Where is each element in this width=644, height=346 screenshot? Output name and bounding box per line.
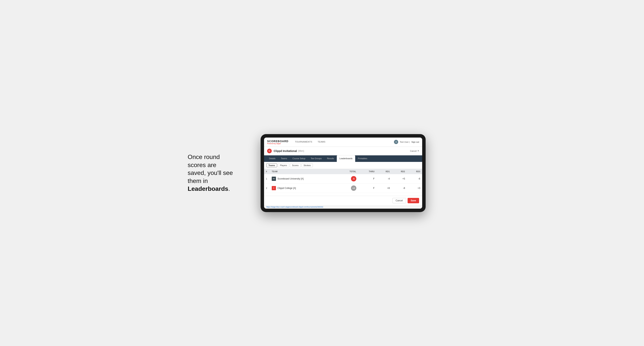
tab-course-setup[interactable]: Course Setup bbox=[290, 155, 308, 162]
powered-by-brand: clippd bbox=[276, 143, 281, 145]
col-rd1: RD1 bbox=[376, 169, 392, 174]
table-header: # TEAM TOTAL THRU RD1 RD2 RD3 bbox=[264, 169, 422, 174]
user-avatar: S bbox=[394, 140, 398, 144]
team-cell-2: C Clippd College [A] bbox=[272, 186, 336, 190]
tab-printables[interactable]: Printables bbox=[355, 155, 370, 162]
col-rd3: RD3 bbox=[407, 169, 422, 174]
leaderboard-table: # TEAM TOTAL THRU RD1 RD2 RD3 1 bbox=[264, 169, 422, 193]
tab-teams[interactable]: Teams bbox=[278, 155, 290, 162]
filter-scores-button[interactable]: Scores bbox=[290, 164, 301, 167]
rd2-2: -8 bbox=[392, 183, 407, 193]
left-text-block: Once round scores are saved, you'll see … bbox=[188, 153, 249, 193]
top-nav: SCOREBOARD Powered by clippd TOURNAMENTS… bbox=[264, 138, 422, 147]
page-wrapper: Once round scores are saved, you'll see … bbox=[188, 134, 456, 212]
powered-by: Powered by clippd bbox=[267, 143, 288, 145]
left-text-bold: Leaderboards bbox=[188, 185, 228, 192]
team-name-2: C Clippd College [A] bbox=[270, 183, 338, 193]
filter-players-button[interactable]: Players bbox=[278, 164, 289, 167]
team-name-label-2: Clippd College [A] bbox=[278, 187, 296, 189]
left-text-period: . bbox=[228, 185, 230, 192]
thru-1: F bbox=[358, 174, 376, 183]
leaderboard-content: # TEAM TOTAL THRU RD1 RD2 RD3 1 bbox=[264, 169, 422, 196]
rank-1: 1 bbox=[264, 174, 270, 183]
tablet-frame: SCOREBOARD Powered by clippd TOURNAMENTS… bbox=[260, 134, 426, 212]
powered-by-prefix: Powered by bbox=[267, 143, 276, 145]
nav-teams[interactable]: TEAMS bbox=[315, 138, 328, 147]
col-total: TOTAL bbox=[338, 169, 358, 174]
tab-details[interactable]: Details bbox=[266, 155, 278, 162]
nav-right: S Test User | Sign out bbox=[394, 140, 419, 144]
cancel-button[interactable]: Cancel bbox=[392, 198, 406, 203]
rd1-2: +8 bbox=[376, 183, 392, 193]
team-name-label-1: Scoreboard University [A] bbox=[278, 177, 304, 180]
sub-nav: Details Teams Course Setup Tee Groups Re… bbox=[264, 155, 422, 162]
tab-tee-groups[interactable]: Tee Groups bbox=[308, 155, 324, 162]
tablet-screen: SCOREBOARD Powered by clippd TOURNAMENTS… bbox=[264, 138, 422, 209]
table-body: 1 SU Scoreboard University [A] -5 F bbox=[264, 174, 422, 193]
col-rd2: RD2 bbox=[392, 169, 407, 174]
rd1-1: -4 bbox=[376, 174, 392, 183]
team-name-1: SU Scoreboard University [A] bbox=[270, 174, 338, 183]
thru-2: F bbox=[358, 183, 376, 193]
left-text-line3: saved, you'll see bbox=[188, 169, 233, 176]
rank-2: 2 bbox=[264, 183, 270, 193]
tab-results[interactable]: Results bbox=[324, 155, 337, 162]
table-row: 2 C Clippd College [A] +3 F bbox=[264, 183, 422, 193]
score-badge-1: -5 bbox=[351, 176, 356, 181]
rd2-1: +5 bbox=[392, 174, 407, 183]
left-text-line1: Once round bbox=[188, 154, 220, 160]
nav-tournaments[interactable]: TOURNAMENTS bbox=[292, 138, 315, 147]
logo-text: SCOREBOARD bbox=[267, 140, 288, 143]
tournament-cancel-button[interactable]: Cancel ✕ bbox=[410, 150, 419, 152]
sign-out-link[interactable]: Sign out bbox=[412, 141, 419, 143]
url-bar: https://stage-blue-coach.stagescoreboard… bbox=[264, 205, 422, 209]
col-rank: # bbox=[264, 169, 270, 174]
tournament-icon: C bbox=[267, 149, 272, 153]
team-cell-1: SU Scoreboard University [A] bbox=[272, 177, 336, 181]
url-text: https://stage-blue-coach.stagescoreboard… bbox=[266, 206, 323, 208]
logo-area: SCOREBOARD Powered by clippd bbox=[267, 140, 288, 145]
rd3-1: -6 bbox=[407, 174, 422, 183]
tournament-name: Clippd Invitational bbox=[274, 150, 297, 153]
rd3-2: +3 bbox=[407, 183, 422, 193]
table-row: 1 SU Scoreboard University [A] -5 F bbox=[264, 174, 422, 183]
header-row: # TEAM TOTAL THRU RD1 RD2 RD3 bbox=[264, 169, 422, 174]
cancel-label: Cancel bbox=[410, 150, 416, 152]
footer: Cancel Save bbox=[264, 196, 422, 205]
team-logo-2: C bbox=[272, 186, 276, 190]
score-badge-2: +3 bbox=[351, 185, 356, 191]
col-thru: THRU bbox=[358, 169, 376, 174]
filter-bar: Teams Players Scores Strokes bbox=[264, 162, 422, 169]
user-name: Test User | bbox=[400, 141, 410, 143]
total-1: -5 bbox=[338, 174, 358, 183]
filter-teams-button[interactable]: Teams bbox=[266, 164, 277, 167]
tab-leaderboards[interactable]: Leaderboards bbox=[337, 155, 355, 162]
col-team: TEAM bbox=[270, 169, 338, 174]
left-text-line4: them in bbox=[188, 177, 208, 184]
total-2: +3 bbox=[338, 183, 358, 193]
left-text-line2: scores are bbox=[188, 162, 216, 169]
filter-strokes-button[interactable]: Strokes bbox=[302, 164, 313, 167]
tournament-header: C Clippd Invitational (Men) Cancel ✕ bbox=[264, 147, 422, 155]
team-logo-1: SU bbox=[272, 177, 276, 181]
cancel-icon: ✕ bbox=[417, 150, 419, 152]
nav-links: TOURNAMENTS TEAMS bbox=[292, 138, 328, 147]
save-button[interactable]: Save bbox=[408, 198, 419, 203]
tournament-sub: (Men) bbox=[298, 150, 304, 152]
